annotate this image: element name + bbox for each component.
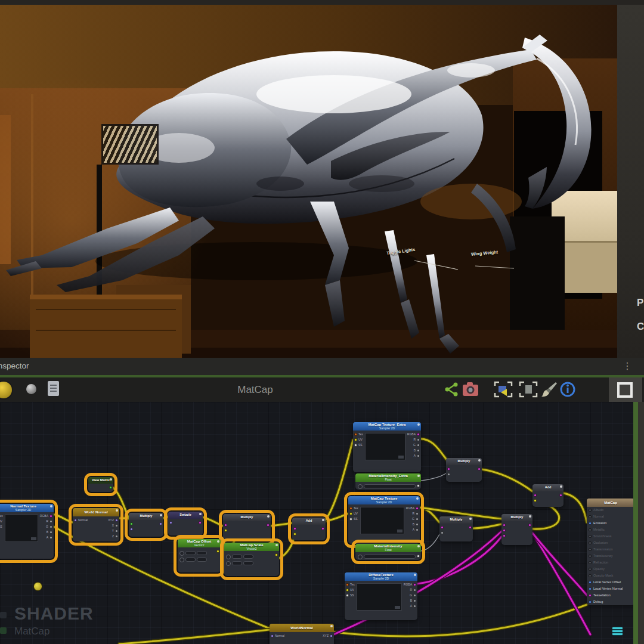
port-dot[interactable]	[413, 605, 416, 608]
port-dot[interactable]	[503, 529, 506, 532]
node-multiply-2[interactable]: Multiply	[223, 514, 271, 541]
port-dot[interactable]	[49, 536, 52, 539]
node-multiply-3[interactable]: Multiply	[446, 458, 482, 482]
port-dot[interactable]	[293, 527, 296, 530]
port-dot[interactable]	[503, 524, 506, 527]
port-dot[interactable]	[447, 473, 450, 476]
master-port[interactable]: Normal	[587, 513, 633, 520]
texture-preview[interactable]	[365, 433, 405, 460]
inspector-tab-label[interactable]: Inspector	[0, 361, 29, 370]
node-normal-texture[interactable]: Normal TextureSampler 2DTexUVSSRGBARGBA	[0, 504, 54, 559]
node-header[interactable]: World Normal	[73, 508, 119, 516]
port-dot[interactable]	[354, 444, 357, 447]
master-port[interactable]: Emission	[587, 520, 633, 527]
node-matcap-texture-extra[interactable]: MatCap Texture_ExtraSampler 2DTexUVSSRGB…	[353, 422, 421, 472]
port-dot[interactable]	[130, 522, 133, 525]
master-port[interactable]: Opacity	[587, 566, 633, 572]
node-matcap-texture[interactable]: MatCap TextureSampler 2DTexUVSSRGBARGBA	[348, 496, 420, 544]
master-port[interactable]: Metallic	[587, 527, 633, 533]
maximize-icon[interactable]	[617, 382, 633, 398]
master-port[interactable]: Transmission	[587, 546, 633, 553]
port-dot[interactable]	[49, 525, 52, 528]
port-dot[interactable]	[49, 515, 52, 518]
port-dot[interactable]	[413, 589, 416, 592]
port-dot[interactable]	[417, 484, 420, 487]
node-matcap-offset[interactable]: MatCap OffsetVector2	[178, 539, 221, 572]
node-header[interactable]: Multiply	[223, 514, 271, 521]
port-dot[interactable]	[416, 507, 419, 510]
port-dot[interactable]	[115, 530, 118, 532]
node-matcap-scale[interactable]: MatCap ScaleVector2	[224, 543, 279, 576]
port-dot[interactable]	[216, 550, 219, 553]
port-dot[interactable]	[354, 433, 357, 436]
port-dot[interactable]	[413, 594, 416, 597]
port-dot[interactable]	[417, 444, 420, 447]
port-dot[interactable]	[349, 518, 352, 521]
port-dot[interactable]	[416, 528, 419, 531]
port-dot[interactable]	[417, 555, 420, 558]
master-port[interactable]: Albedo	[587, 507, 633, 513]
master-port[interactable]: Refraction	[587, 559, 633, 566]
port-dot[interactable]	[441, 526, 444, 529]
node-add-1[interactable]: Add	[292, 518, 326, 540]
port-dot[interactable]	[169, 521, 172, 524]
port-dot[interactable]	[469, 526, 472, 529]
render-viewport[interactable]: Toggle Lights Wing Weight	[0, 5, 617, 358]
node-header[interactable]: Multiply	[501, 514, 532, 521]
texture-preview[interactable]	[5, 515, 38, 542]
port-dot[interactable]	[346, 589, 349, 592]
port-dot[interactable]	[441, 531, 444, 534]
share-icon[interactable]	[444, 381, 459, 398]
texture-preview[interactable]	[357, 583, 402, 611]
node-master-matcap[interactable]: MatCap Albedo Normal Emission Metallic S…	[587, 499, 633, 605]
port-dot[interactable]	[349, 512, 352, 515]
port-dot[interactable]	[115, 519, 118, 522]
port-dot[interactable]	[271, 634, 274, 637]
brush-icon[interactable]	[540, 381, 558, 398]
focus-selection-icon[interactable]	[519, 381, 538, 398]
node-swizzle[interactable]: Swizzle	[168, 512, 203, 535]
master-port[interactable]: Local Vertex Normal	[587, 586, 633, 592]
camera-icon[interactable]	[462, 381, 479, 398]
port-dot[interactable]	[349, 507, 352, 510]
port-dot[interactable]	[416, 518, 419, 521]
port-dot[interactable]	[224, 529, 227, 532]
master-port[interactable]: Translucency	[587, 553, 633, 559]
port-dot[interactable]	[109, 486, 112, 489]
port-dot[interactable]	[534, 494, 537, 497]
port-dot[interactable]	[417, 438, 420, 441]
node-add-2[interactable]: Add	[532, 484, 564, 507]
node-header[interactable]: MaterialIntensity_ExtraFloat	[355, 473, 421, 482]
port-dot[interactable]	[74, 519, 77, 522]
node-multiply-4[interactable]: Multiply	[439, 516, 473, 541]
port-dot[interactable]	[275, 553, 278, 556]
node-multiply-1[interactable]: Multiply	[129, 513, 163, 537]
document-icon[interactable]	[48, 381, 59, 396]
port-dot[interactable]	[478, 467, 481, 470]
amplify-ball-icon[interactable]	[33, 582, 42, 591]
port-dot[interactable]	[346, 583, 349, 586]
port-dot[interactable]	[354, 438, 357, 441]
master-port[interactable]: Local Vertex Offset	[587, 579, 633, 586]
node-world-normal-2[interactable]: WorldNormalNormalXYZ	[270, 624, 334, 644]
node-header[interactable]: MatCap OffsetVector2	[178, 539, 221, 547]
port-dot[interactable]	[528, 524, 531, 527]
node-diffuse-texture[interactable]: DiffuseTextureSampler 2DTexUVSSRGBARGBA	[345, 572, 417, 620]
info-icon[interactable]	[559, 381, 576, 398]
port-dot[interactable]	[416, 523, 419, 526]
master-port[interactable]: Tessellation	[587, 592, 633, 599]
port-dot[interactable]	[49, 520, 52, 523]
port-dot[interactable]	[224, 524, 227, 527]
port-dot[interactable]	[417, 449, 420, 452]
port-dot[interactable]	[159, 522, 162, 525]
sphere-icon[interactable]	[26, 384, 36, 394]
inspector-tab-bar[interactable]: Inspector ⋮	[0, 358, 644, 375]
play-sphere-icon[interactable]	[0, 380, 13, 400]
node-header[interactable]: Multiply	[446, 458, 482, 465]
node-header[interactable]: Multiply	[129, 513, 163, 520]
port-dot[interactable]	[416, 512, 419, 515]
port-dot[interactable]	[115, 524, 118, 527]
master-port[interactable]: Smoothness	[587, 533, 633, 540]
node-header[interactable]: WorldNormal	[270, 624, 334, 632]
master-port[interactable]: Opacity Mask	[587, 572, 633, 579]
